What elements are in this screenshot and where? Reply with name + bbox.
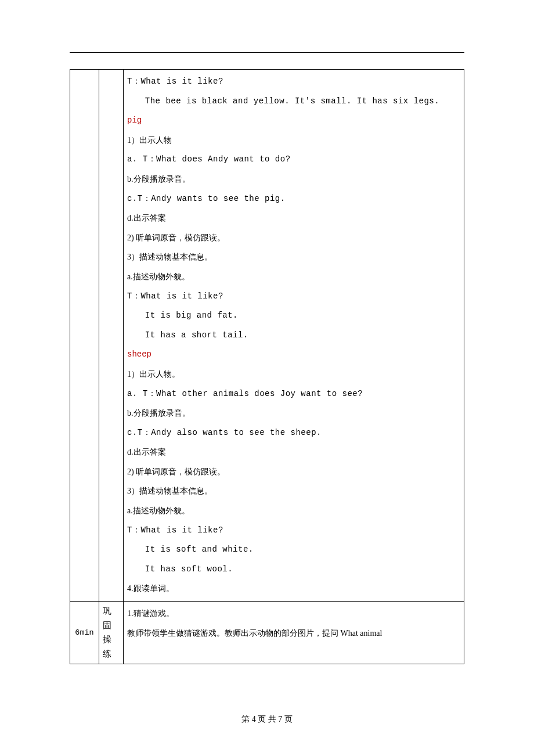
content-line: pig [127,111,460,131]
content-line: T：What is it like? [127,287,460,307]
content-line: b.分段播放录音。 [127,404,460,423]
content-line: a. T：What other animals does Joy want to… [127,384,460,404]
page-footer: 第 4 页 共 7 页 [0,714,534,725]
lesson-plan-table: T：What is it like?The bee is black and y… [70,69,464,664]
cell-content-1: T：What is it like?The bee is black and y… [124,70,464,602]
content-line: It has a short tail. [127,326,460,345]
content-line: T：What is it like? [127,72,460,92]
content-body-practice: 1.猜谜游戏。教师带领学生做猜谜游戏。教师出示动物的部分图片，提问 What a… [127,604,460,643]
content-line: T：What is it like? [127,521,460,541]
content-line: a.描述动物外貌。 [127,501,460,521]
content-line: 3）描述动物基本信息。 [127,247,460,267]
top-rule [70,52,464,53]
content-line: d.出示答案 [127,442,460,462]
table-row: 6min 巩固操练 1.猜谜游戏。教师带领学生做猜谜游戏。教师出示动物的部分图片… [70,602,464,664]
cell-time-1 [70,70,99,602]
content-body-main: T：What is it like?The bee is black and y… [127,72,460,599]
content-line: 教师带领学生做猜谜游戏。教师出示动物的部分图片，提问 What animal [127,624,460,643]
content-line: d.出示答案 [127,208,460,228]
content-line: b.分段播放录音。 [127,170,460,189]
content-line: The bee is black and yellow. It's small.… [127,92,460,111]
content-line: 1）出示人物。 [127,365,460,384]
content-line: 2) 听单词原音，模仿跟读。 [127,228,460,248]
content-line: 4.跟读单词。 [127,579,460,599]
page-container: T：What is it like?The bee is black and y… [0,0,534,693]
content-line: 2) 听单词原音，模仿跟读。 [127,462,460,482]
content-line: sheep [127,345,460,365]
content-line: It is soft and white. [127,540,460,560]
cell-content-2: 1.猜谜游戏。教师带领学生做猜谜游戏。教师出示动物的部分图片，提问 What a… [124,602,464,664]
content-line: 3）描述动物基本信息。 [127,481,460,501]
cell-time-2: 6min [70,602,99,664]
content-line: c.T：Andy also wants to see the sheep. [127,423,460,443]
content-line: a. T：What does Andy want to do? [127,150,460,170]
content-line: 1）出示人物 [127,131,460,150]
cell-stage-2: 巩固操练 [99,602,124,664]
content-line: a.描述动物外貌。 [127,267,460,287]
content-line: It is big and fat. [127,306,460,326]
content-line: It has soft wool. [127,560,460,579]
table-row: T：What is it like?The bee is black and y… [70,70,464,602]
cell-stage-1 [99,70,124,602]
content-line: c.T：Andy wants to see the pig. [127,189,460,209]
content-line: 1.猜谜游戏。 [127,604,460,624]
